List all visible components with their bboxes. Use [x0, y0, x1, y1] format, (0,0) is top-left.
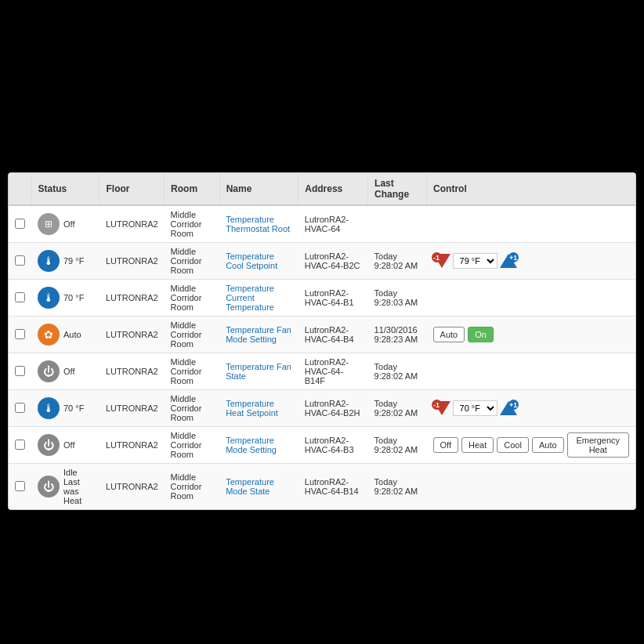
row-checkbox-cell	[9, 205, 31, 243]
row-checkbox[interactable]	[15, 255, 25, 266]
name-col[interactable]: Temperature Mode Setting	[219, 427, 298, 464]
time: 9:28:02 AM	[374, 487, 418, 496]
floor-text: LUTRONRA2	[106, 403, 158, 413]
floor-col: LUTRONRA2	[99, 427, 165, 464]
name-col[interactable]: Temperature Mode State	[219, 464, 298, 510]
row-checkbox-cell	[9, 353, 31, 390]
row-checkbox[interactable]	[15, 329, 25, 339]
minus-badge: -1	[432, 252, 442, 262]
table-row: ⏻ Off LUTRONRA2 Middle Corridor Room Tem…	[9, 427, 635, 464]
device-link[interactable]: Temperature Heat Setpoint	[226, 399, 278, 418]
table-row: ⊞ Off LUTRONRA2 Middle Corridor Room Tem…	[9, 205, 635, 243]
status-col: 🌡 70 °F	[31, 390, 99, 427]
status-text: 70 °F	[63, 403, 84, 413]
auto-button[interactable]: Auto	[433, 327, 465, 342]
date: Today	[374, 436, 397, 445]
room-text: Middle Corridor Room	[171, 431, 202, 459]
main-table-container: Status Floor Room Name Address Last Chan…	[8, 172, 636, 510]
date: Today	[374, 362, 397, 371]
floor-col: LUTRONRA2	[99, 353, 165, 390]
device-link[interactable]: Temperature Cool Setpoint	[226, 251, 277, 270]
status-cell: ✿ Auto	[38, 324, 93, 346]
cool-button[interactable]: Cool	[497, 437, 529, 453]
table-row: ⏻ Off LUTRONRA2 Middle Corridor Room Tem…	[9, 353, 635, 390]
date: 11/30/2016	[374, 325, 418, 335]
floor-col: LUTRONRA2	[99, 205, 165, 243]
device-link[interactable]: Temperature Fan State	[226, 362, 291, 381]
name-col[interactable]: Temperature Fan Mode Setting	[219, 317, 298, 353]
status-cell: 🌡 70 °F	[38, 287, 93, 309]
status-col: 🌡 70 °F	[31, 280, 99, 317]
room-text: Middle Corridor Room	[171, 210, 202, 238]
address-col: LutronRA2-HVAC-64-B3	[298, 427, 368, 464]
device-link[interactable]: Temperature Current Temperature	[226, 284, 274, 312]
lastchange-col	[368, 205, 427, 243]
emergency-heat-button[interactable]: Emergency Heat	[567, 432, 629, 458]
auto-button[interactable]: Auto	[532, 437, 564, 453]
thermometer-icon: 🌡	[38, 287, 60, 309]
row-checkbox[interactable]	[15, 403, 25, 413]
thermometer-icon: 🌡	[38, 250, 60, 272]
room-text: Middle Corridor Room	[171, 357, 202, 385]
floor-col: LUTRONRA2	[99, 280, 165, 317]
floor-text: LUTRONRA2	[106, 293, 158, 302]
table-row: 🌡 70 °F LUTRONRA2 Middle Corridor Room T…	[9, 280, 635, 317]
address-col: LutronRA2-HVAC-64-B2H	[298, 390, 368, 427]
control-col: Auto On	[427, 317, 635, 353]
control-col	[427, 280, 635, 317]
temp-heat-select[interactable]: 70 °F	[453, 400, 497, 416]
room-col: Middle Corridor Room	[165, 280, 220, 317]
status-col: ✿ Auto	[31, 317, 99, 353]
device-link[interactable]: Temperature Mode Setting	[226, 436, 277, 454]
table-row: 🌡 70 °F LUTRONRA2 Middle Corridor Room T…	[9, 390, 635, 427]
row-checkbox[interactable]	[15, 440, 25, 450]
device-link[interactable]: Temperature Thermostat Root	[226, 215, 290, 233]
row-checkbox-cell	[9, 390, 31, 427]
row-checkbox[interactable]	[15, 481, 25, 491]
name-col[interactable]: Temperature Current Temperature	[219, 280, 298, 317]
heat-button[interactable]: Heat	[461, 437, 494, 453]
floor-text: LUTRONRA2	[106, 219, 158, 229]
name-col[interactable]: Temperature Cool Setpoint	[219, 243, 298, 280]
room-col: Middle Corridor Room	[165, 353, 220, 390]
room-col: Middle Corridor Room	[165, 243, 220, 280]
increase-btn[interactable]: +1	[500, 401, 517, 415]
temp-cool-select[interactable]: 79 °F	[453, 253, 497, 269]
name-col[interactable]: Temperature Thermostat Root	[219, 205, 298, 243]
mode-control: Off Heat Cool Auto Emergency Heat	[433, 432, 629, 458]
room-col: Middle Corridor Room	[165, 205, 220, 243]
room-col: Middle Corridor Room	[165, 427, 220, 464]
name-col[interactable]: Temperature Heat Setpoint	[219, 390, 298, 427]
row-checkbox[interactable]	[15, 292, 25, 302]
header-floor: Floor	[99, 173, 165, 205]
row-checkbox-cell	[9, 317, 31, 353]
status-cell: ⊞ Off	[38, 213, 93, 235]
room-text: Middle Corridor Room	[171, 394, 202, 422]
device-link[interactable]: Temperature Fan Mode Setting	[226, 325, 291, 344]
plus-badge: +1	[508, 400, 519, 410]
decrease-btn[interactable]: -1	[433, 254, 450, 268]
header-name: Name	[219, 173, 298, 205]
increase-btn[interactable]: +1	[500, 254, 517, 268]
off-button[interactable]: Off	[433, 437, 458, 453]
on-button[interactable]: On	[468, 327, 494, 342]
room-text: Middle Corridor Room	[171, 284, 202, 312]
header-lastchange: Last Change	[368, 173, 427, 205]
table-row: ✿ Auto LUTRONRA2 Middle Corridor Room Te…	[9, 317, 635, 353]
room-text: Middle Corridor Room	[171, 320, 202, 349]
row-checkbox[interactable]	[15, 219, 25, 229]
header-checkbox-col	[9, 173, 31, 205]
status-text: Off	[63, 367, 74, 376]
status-col: 🌡 79 °F	[31, 243, 99, 280]
floor-text: LUTRONRA2	[106, 482, 158, 491]
name-col[interactable]: Temperature Fan State	[219, 353, 298, 390]
address-text: LutronRA2-HVAC-64-B4	[305, 325, 354, 344]
decrease-btn[interactable]: -1	[433, 401, 450, 415]
device-link[interactable]: Temperature Mode State	[226, 477, 274, 496]
lastchange-col: Today9:28:02 AM	[368, 390, 427, 427]
lastchange-col: Today9:28:02 AM	[368, 427, 427, 464]
lastchange-col: Today9:28:02 AM	[368, 243, 427, 280]
row-checkbox[interactable]	[15, 366, 25, 376]
address-col: LutronRA2-HVAC-64-B14	[298, 464, 368, 510]
date: Today	[374, 477, 397, 487]
